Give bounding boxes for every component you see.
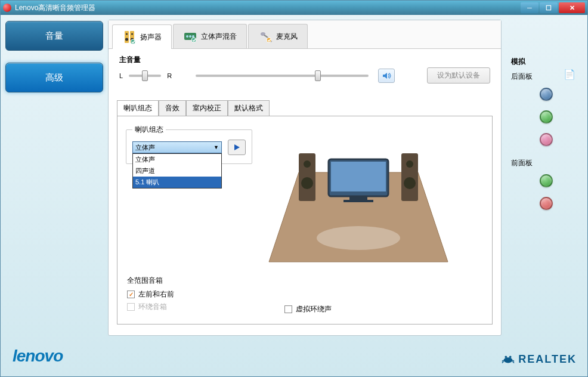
tab-speaker[interactable]: 扬声器 xyxy=(112,24,172,49)
balance-right-label: R xyxy=(167,72,172,79)
full-range-title: 全范围音箱 xyxy=(127,276,174,286)
speaker-icon xyxy=(122,30,137,44)
tab-stereo-mix[interactable]: 立体声混音 xyxy=(173,24,247,48)
balance-slider[interactable] xyxy=(129,75,161,77)
svg-point-21 xyxy=(406,160,413,168)
microphone-icon xyxy=(258,29,273,44)
app-icon xyxy=(3,4,11,12)
svg-point-28 xyxy=(505,356,507,359)
maximize-button[interactable]: ☐ xyxy=(540,2,558,13)
set-default-button[interactable]: 设为默认设备 xyxy=(427,67,490,84)
svg-point-19 xyxy=(301,177,313,189)
balance-left-label: L xyxy=(119,72,123,79)
front-speakers-checkbox[interactable] xyxy=(127,291,135,298)
master-volume-label: 主音量 xyxy=(119,55,490,65)
realtek-crab-icon xyxy=(502,353,515,366)
dropdown-option[interactable]: 立体声 xyxy=(133,154,221,165)
config-content: 喇叭组态 立体声 ▼ 立体声 四声道 5.1 喇叭 xyxy=(117,116,493,325)
tab-label: 立体声混音 xyxy=(201,32,237,42)
play-test-button[interactable] xyxy=(228,140,246,155)
sub-tabs: 喇叭组态 音效 室内校正 默认格式 xyxy=(109,100,501,116)
virtual-surround-label: 虚拟环绕声 xyxy=(296,304,332,314)
svg-point-27 xyxy=(504,357,513,363)
sidebar-advanced[interactable]: 高级 xyxy=(5,63,103,92)
svg-point-16 xyxy=(317,226,400,250)
virtual-surround-row: 虚拟环绕声 xyxy=(284,304,332,314)
front-panel-label: 前面板 xyxy=(511,158,581,168)
note-icon[interactable]: 📄 xyxy=(564,69,575,80)
svg-rect-25 xyxy=(349,196,367,200)
app-window: Lenovo高清晰音频管理器 ─ ☐ ✕ 音量 高级 扬声器 xyxy=(0,0,588,377)
main-panel: 扬声器 立体声混音 麦克风 主音量 L xyxy=(108,20,502,336)
dropdown-option[interactable]: 5.1 喇叭 xyxy=(133,177,221,188)
jack-mic[interactable] xyxy=(540,133,553,146)
surround-speakers-label: 环绕音箱 xyxy=(138,302,167,312)
svg-rect-26 xyxy=(343,200,373,202)
dropdown-option[interactable]: 四声道 xyxy=(133,165,221,177)
dropdown-selected: 立体声 xyxy=(135,143,155,152)
full-range-section: 全范围音箱 左前和右前 环绕音箱 xyxy=(127,276,174,314)
rear-jacks xyxy=(511,88,581,146)
subtab-format[interactable]: 默认格式 xyxy=(228,100,270,116)
svg-point-8 xyxy=(186,35,188,38)
master-volume-section: 主音量 L R 设为默认设备 xyxy=(109,49,501,89)
right-panel-title: 模拟 xyxy=(511,57,581,67)
jack-line-out[interactable] xyxy=(540,110,553,123)
sidebar: 音量 高级 xyxy=(1,15,108,376)
subtab-room[interactable]: 室内校正 xyxy=(186,100,228,116)
virtual-surround-checkbox[interactable] xyxy=(284,305,292,313)
speaker-config-legend: 喇叭组态 xyxy=(132,125,166,135)
front-speakers-label: 左前和右前 xyxy=(138,289,174,299)
svg-rect-24 xyxy=(331,162,386,191)
jack-front-out[interactable] xyxy=(540,174,553,187)
svg-point-2 xyxy=(126,33,128,35)
svg-point-29 xyxy=(509,356,512,359)
front-jacks xyxy=(511,174,581,210)
device-tabs: 扬声器 立体声混音 麦克风 xyxy=(109,20,501,49)
volume-slider[interactable] xyxy=(196,75,369,77)
jack-front-mic[interactable] xyxy=(540,197,553,210)
svg-point-4 xyxy=(125,38,128,41)
subtab-config[interactable]: 喇叭组态 xyxy=(117,100,159,116)
mute-button[interactable] xyxy=(378,69,395,83)
tab-label: 扬声器 xyxy=(140,32,162,42)
chevron-down-icon: ▼ xyxy=(213,144,219,150)
svg-rect-0 xyxy=(125,31,129,43)
sound-icon xyxy=(382,71,391,81)
minimize-button[interactable]: ─ xyxy=(521,2,539,13)
svg-point-22 xyxy=(404,177,416,189)
play-icon xyxy=(233,143,241,152)
tab-microphone[interactable]: 麦克风 xyxy=(248,24,308,48)
sidebar-volume[interactable]: 音量 xyxy=(5,21,103,51)
realtek-logo: REALTEK xyxy=(502,353,577,366)
window-title: Lenovo高清晰音频管理器 xyxy=(15,3,519,13)
room-preview xyxy=(263,125,484,316)
subtab-effects[interactable]: 音效 xyxy=(159,100,186,116)
svg-point-10 xyxy=(192,35,194,38)
tab-label: 麦克风 xyxy=(276,32,298,42)
jack-line-in[interactable] xyxy=(540,88,553,101)
svg-point-3 xyxy=(131,33,133,35)
lenovo-logo: lenovo xyxy=(13,347,63,366)
speaker-config-dropdown[interactable]: 立体声 ▼ 立体声 四声道 5.1 喇叭 xyxy=(132,141,222,153)
surround-speakers-checkbox xyxy=(127,303,135,311)
titlebar: Lenovo高清晰音频管理器 ─ ☐ ✕ xyxy=(1,1,587,15)
close-button[interactable]: ✕ xyxy=(559,2,585,13)
dropdown-list: 立体声 四声道 5.1 喇叭 xyxy=(132,153,222,188)
svg-point-18 xyxy=(304,160,311,168)
right-panel: 📄 模拟 后面板 前面板 xyxy=(502,15,587,376)
speaker-config-group: 喇叭组态 立体声 ▼ 立体声 四声道 5.1 喇叭 xyxy=(126,125,252,164)
mixer-icon xyxy=(183,29,197,44)
svg-point-9 xyxy=(189,35,191,38)
